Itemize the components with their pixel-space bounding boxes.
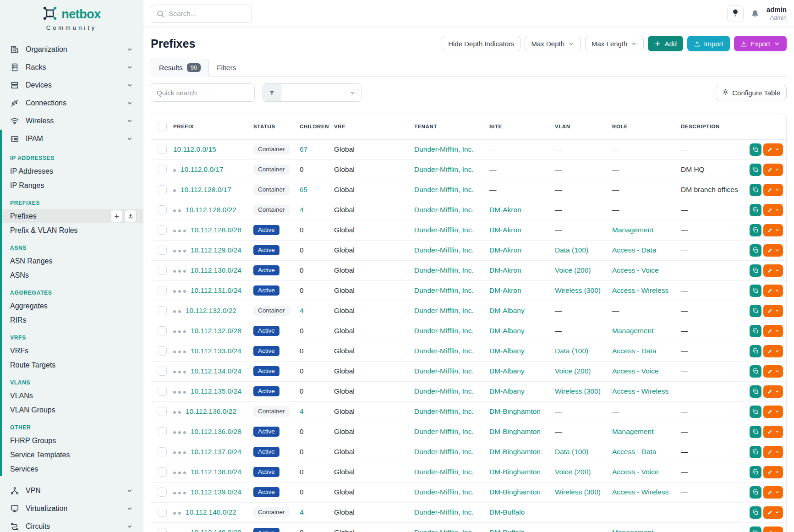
tenant-link[interactable]: Dunder-Mifflin, Inc.: [414, 448, 474, 455]
max-length-dropdown[interactable]: Max Length: [585, 36, 644, 51]
copy-button[interactable]: [750, 486, 761, 499]
row-checkbox[interactable]: [158, 346, 167, 356]
vlan-link[interactable]: —: [555, 145, 562, 153]
row-checkbox[interactable]: [158, 246, 167, 255]
site-link[interactable]: DM-Buffalo: [489, 528, 525, 532]
tenant-link[interactable]: Dunder-Mifflin, Inc.: [414, 286, 474, 294]
role-link[interactable]: Access - Voice: [612, 468, 659, 476]
edit-button[interactable]: [763, 365, 783, 378]
role-link[interactable]: Access - Data: [612, 448, 656, 455]
role-link[interactable]: —: [612, 407, 619, 415]
row-checkbox[interactable]: [158, 508, 167, 517]
edit-button[interactable]: [763, 466, 783, 478]
edit-button[interactable]: [763, 385, 783, 398]
prefix-link[interactable]: 10.112.135.0/24: [191, 387, 241, 395]
prefix-link[interactable]: 10.112.136.0/22: [186, 407, 236, 416]
site-link[interactable]: DM-Akron: [489, 266, 521, 274]
tenant-link[interactable]: Dunder-Mifflin, Inc.: [414, 186, 474, 193]
children-count[interactable]: 67: [300, 145, 307, 153]
vlan-link[interactable]: —: [555, 165, 562, 173]
edit-button[interactable]: [763, 164, 783, 176]
tenant-link[interactable]: Dunder-Mifflin, Inc.: [414, 246, 474, 254]
column-header-children[interactable]: CHILDREN: [300, 114, 334, 139]
vlan-link[interactable]: Wireless (300): [555, 286, 601, 294]
select-all-checkbox[interactable]: [158, 122, 167, 131]
edit-button[interactable]: [763, 305, 783, 317]
copy-button[interactable]: [750, 224, 761, 236]
tenant-link[interactable]: Dunder-Mifflin, Inc.: [414, 367, 474, 375]
copy-button[interactable]: [750, 385, 761, 398]
copy-button[interactable]: [750, 244, 761, 257]
copy-button[interactable]: [750, 527, 761, 532]
column-header-vrf[interactable]: VRF: [334, 114, 414, 139]
quick-search-input[interactable]: [151, 83, 255, 102]
sidebar-item-vlans[interactable]: VLANs: [0, 389, 143, 403]
tenant-link[interactable]: Dunder-Mifflin, Inc.: [414, 347, 474, 355]
export-button[interactable]: Export: [734, 36, 787, 51]
children-count[interactable]: 4: [300, 508, 304, 516]
search-input[interactable]: [151, 5, 252, 23]
children-count[interactable]: 0: [300, 226, 304, 234]
prefix-link[interactable]: 10.112.140.0/22: [186, 508, 236, 516]
copy-button[interactable]: [750, 406, 761, 418]
vlan-link[interactable]: Data (100): [555, 347, 588, 355]
row-checkbox[interactable]: [158, 488, 167, 497]
prefix-link[interactable]: 10.112.130.0/24: [191, 266, 241, 274]
sidebar-item-ip-addresses[interactable]: IP Addresses: [0, 164, 143, 178]
copy-button[interactable]: [750, 204, 761, 216]
children-count[interactable]: 0: [300, 488, 304, 496]
row-checkbox[interactable]: [158, 367, 167, 376]
children-count[interactable]: 0: [300, 165, 304, 173]
sidebar-item-organization[interactable]: Organization: [0, 40, 143, 58]
tenant-link[interactable]: Dunder-Mifflin, Inc.: [414, 206, 474, 214]
children-count[interactable]: 0: [300, 367, 304, 375]
copy-button[interactable]: [750, 325, 761, 337]
sidebar-item-virtualization[interactable]: Virtualization: [0, 499, 143, 517]
sidebar-item-wireless[interactable]: Wireless: [0, 112, 143, 130]
children-count[interactable]: 65: [300, 186, 307, 193]
max-depth-dropdown[interactable]: Max Depth: [525, 36, 581, 51]
site-link[interactable]: DM-Albany: [489, 387, 525, 395]
sidebar-item-asns[interactable]: ASNs: [0, 268, 143, 282]
role-link[interactable]: Management: [612, 327, 653, 335]
sidebar-item-route-targets[interactable]: Route Targets: [0, 358, 143, 372]
vlan-link[interactable]: Wireless (300): [555, 488, 601, 496]
vlan-link[interactable]: Voice (200): [555, 266, 591, 274]
site-link[interactable]: DM-Albany: [489, 327, 525, 335]
edit-button[interactable]: [763, 446, 783, 458]
vlan-link[interactable]: —: [555, 508, 562, 516]
vlan-link[interactable]: —: [555, 226, 562, 234]
user-menu[interactable]: admin Admin: [767, 5, 787, 22]
tenant-link[interactable]: Dunder-Mifflin, Inc.: [414, 508, 474, 516]
site-link[interactable]: DM-Binghamton: [489, 468, 541, 476]
vlan-link[interactable]: Voice (200): [555, 468, 591, 476]
prefix-link[interactable]: 10.112.140.0/28: [191, 528, 241, 532]
column-header-description[interactable]: DESCRIPTION: [681, 114, 750, 139]
role-link[interactable]: Access - Voice: [612, 367, 659, 375]
edit-button[interactable]: [763, 264, 783, 277]
prefix-link[interactable]: 10.112.128.0/17: [181, 186, 231, 194]
tenant-link[interactable]: Dunder-Mifflin, Inc.: [414, 528, 474, 532]
site-link[interactable]: DM-Albany: [489, 367, 525, 375]
children-count[interactable]: 0: [300, 468, 304, 476]
site-link[interactable]: —: [489, 145, 497, 153]
children-count[interactable]: 4: [300, 407, 304, 415]
children-count[interactable]: 0: [300, 347, 304, 355]
children-count[interactable]: 0: [300, 448, 304, 455]
site-link[interactable]: DM-Buffalo: [489, 508, 525, 516]
edit-button[interactable]: [763, 184, 783, 196]
vlan-link[interactable]: —: [555, 327, 562, 335]
sidebar-item-vpn[interactable]: VPN: [0, 482, 143, 499]
import-button[interactable]: Import: [687, 36, 730, 51]
vlan-link[interactable]: —: [555, 428, 562, 435]
site-link[interactable]: DM-Akron: [489, 286, 521, 294]
edit-button[interactable]: [763, 325, 783, 337]
prefix-link[interactable]: 10.112.136.0/28: [191, 428, 241, 436]
role-link[interactable]: —: [612, 145, 619, 153]
copy-button[interactable]: [750, 164, 761, 176]
role-link[interactable]: Access - Voice: [612, 266, 659, 274]
prefix-link[interactable]: 10.112.0.0/17: [181, 165, 224, 174]
children-count[interactable]: 0: [300, 428, 304, 435]
role-link[interactable]: —: [612, 307, 619, 314]
role-link[interactable]: Management: [612, 226, 653, 234]
